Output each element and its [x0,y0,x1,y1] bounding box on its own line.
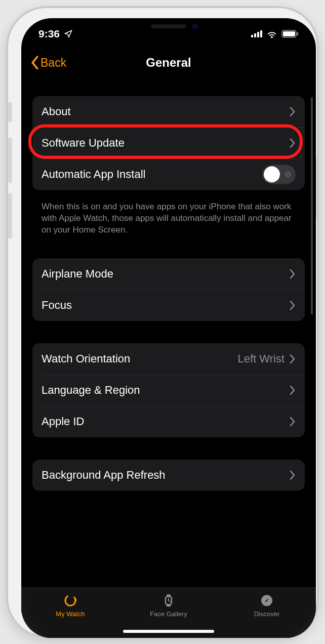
watch-face-icon [161,593,176,608]
row-label: Focus [42,299,290,312]
tab-my-watch[interactable]: My Watch [21,588,119,638]
battery-icon [281,30,299,38]
home-indicator[interactable] [123,630,214,633]
row-background-app-refresh[interactable]: Background App Refresh [32,459,305,491]
toggle-automatic-app-install[interactable] [262,165,296,184]
tab-discover[interactable]: Discover [218,588,316,638]
chevron-left-icon [30,56,39,70]
row-airplane-mode[interactable]: Airplane Mode [32,258,305,290]
side-button-mute [8,102,12,122]
settings-group-1: About Software Update Automatic App Inst… [32,96,305,190]
row-label: Airplane Mode [42,267,290,281]
settings-group-2: Airplane Mode Focus [32,258,305,321]
back-button[interactable]: Back [30,56,66,70]
chevron-right-icon [290,470,296,480]
chevron-right-icon [290,385,296,395]
row-apple-id[interactable]: Apple ID [32,406,305,437]
tab-label: Discover [254,610,280,618]
svg-rect-8 [167,605,171,607]
chevron-right-icon [290,300,296,310]
row-label: Language & Region [42,384,290,397]
side-button-voldown [8,193,12,239]
status-right [251,27,299,38]
row-label: About [42,105,290,118]
content-scroll[interactable]: About Software Update Automatic App Inst… [21,84,316,587]
screen: 9:36 Back [21,18,316,638]
svg-rect-2 [283,31,295,36]
chevron-right-icon [290,138,296,148]
row-label: Automatic App Install [42,168,262,181]
back-label: Back [40,56,66,70]
row-about[interactable]: About [32,96,305,127]
group-footer-text: When this is on and you have apps on you… [32,195,305,236]
page-title: General [146,56,191,70]
notch [108,18,229,36]
row-label: Software Update [42,136,290,150]
row-language-region[interactable]: Language & Region [32,375,305,406]
chevron-right-icon [290,417,296,427]
tab-label: Face Gallery [150,610,187,618]
tab-bar: My Watch Face Gallery [21,587,316,638]
wifi-icon [266,30,277,38]
chevron-right-icon [290,107,296,117]
chevron-right-icon [290,269,296,279]
scroll-indicator [311,97,313,314]
watch-icon [63,593,78,608]
side-button-volup [8,137,12,183]
front-camera [192,23,198,29]
svg-rect-3 [297,32,299,35]
row-label: Watch Orientation [42,352,237,365]
tab-label: My Watch [56,610,85,618]
nav-bar: Back General [21,49,316,77]
row-value: Left Wrist [237,352,285,365]
row-label: Background App Refresh [42,469,290,482]
earpiece-speaker [151,24,186,28]
switch-off-indicator [286,172,291,177]
status-left: 9:36 [38,25,73,40]
chevron-right-icon [290,354,296,364]
switch-knob [264,166,280,182]
row-software-update[interactable]: Software Update [32,127,305,159]
location-icon [64,29,73,38]
settings-group-3: Watch Orientation Left Wrist Language & … [32,343,305,437]
row-watch-orientation[interactable]: Watch Orientation Left Wrist [32,343,305,375]
svg-rect-5 [75,599,76,602]
settings-group-4: Background App Refresh [32,459,305,491]
svg-rect-7 [167,594,171,596]
row-focus[interactable]: Focus [32,290,305,321]
cellular-icon [251,30,262,37]
device-frame: 9:36 Back [6,6,319,638]
compass-icon [259,593,274,608]
svg-point-0 [271,36,272,37]
status-time: 9:36 [38,28,60,40]
row-automatic-app-install[interactable]: Automatic App Install [32,159,305,190]
row-label: Apple ID [42,415,290,428]
